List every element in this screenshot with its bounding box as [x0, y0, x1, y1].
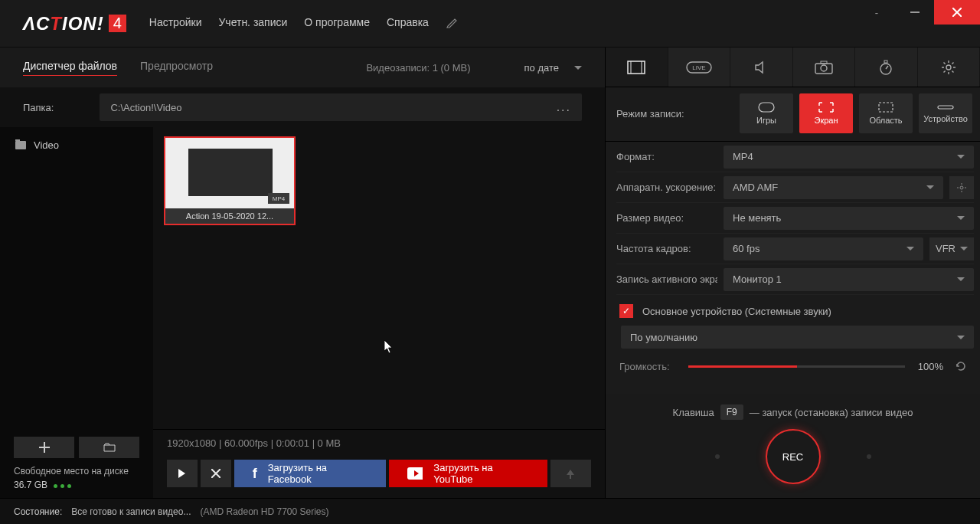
svg-rect-24	[759, 103, 774, 112]
disk-space-value: 36.7 GB	[14, 480, 47, 490]
chevron-down-icon	[574, 66, 582, 70]
app-logo: ΛCTION!4	[23, 14, 126, 34]
hwaccel-settings-button[interactable]	[949, 176, 974, 199]
thumbnail-preview: MP4	[165, 138, 294, 208]
chevron-down-icon	[960, 247, 968, 251]
volume-slider[interactable]	[688, 365, 905, 368]
svg-rect-19	[821, 61, 827, 64]
menu-settings[interactable]: Настройки	[149, 16, 202, 31]
fps-label: Частота кадров:	[616, 243, 717, 254]
window-minimize-icon[interactable]	[896, 0, 934, 25]
record-button[interactable]: REC	[766, 429, 821, 484]
delete-button[interactable]	[201, 460, 231, 487]
volume-value: 100%	[913, 361, 943, 372]
svg-rect-25	[879, 103, 893, 112]
status-bar: Состояние: Все готово к записи видео... …	[0, 498, 980, 524]
thumbnail-filename: Action 19-05-2020 12...	[165, 208, 294, 224]
sort-label: по дате	[524, 62, 559, 74]
volume-label: Громкость:	[619, 361, 681, 372]
svg-text:LIVE: LIVE	[692, 64, 705, 71]
vfr-dropdown[interactable]: VFR	[929, 237, 974, 260]
disk-space-label: Свободное место на диске	[14, 466, 139, 477]
browse-folder-icon[interactable]: ...	[557, 100, 571, 114]
svg-rect-26	[938, 106, 953, 109]
folder-tree: Video	[0, 127, 153, 429]
facebook-icon: f	[253, 466, 257, 482]
format-dropdown[interactable]: MP4	[724, 146, 974, 169]
record-mode-label: Режим записи:	[616, 108, 733, 120]
play-button[interactable]	[167, 460, 198, 487]
upload-generic-button[interactable]	[550, 460, 591, 487]
chevron-down-icon	[957, 216, 965, 220]
tab-live-stream[interactable]: LIVE	[668, 47, 731, 87]
menu-help[interactable]: Справка	[387, 16, 429, 31]
svg-point-27	[960, 186, 963, 189]
status-label: Состояние:	[14, 506, 62, 517]
fps-dropdown[interactable]: 60 fps	[724, 237, 923, 260]
chevron-down-icon	[926, 185, 934, 189]
volume-reset-button[interactable]	[951, 356, 971, 376]
tab-video-capture[interactable]	[606, 47, 668, 87]
folder-path-field[interactable]: C:\Action!\Video ...	[100, 93, 582, 121]
tab-screenshot[interactable]	[793, 47, 856, 87]
status-text: Все готово к записи видео...	[71, 506, 191, 517]
file-info-text: 1920x1080 | 60.000fps | 0:00:01 | 0 MB	[167, 437, 591, 449]
indicator-dot	[867, 454, 871, 459]
mode-screen[interactable]: Экран	[799, 93, 853, 133]
mode-device[interactable]: Устройство	[919, 93, 972, 133]
menu-bar: Настройки Учетн. записи О программе Спра…	[149, 16, 459, 31]
folder-label: Папка:	[23, 102, 54, 113]
hotkey-key: F9	[720, 404, 743, 420]
size-label: Размер видео:	[616, 212, 717, 224]
format-badge: MP4	[268, 193, 289, 204]
play-icon	[178, 469, 185, 478]
right-pane: LIVE Режим записи: Игры Экран Область Ус…	[605, 47, 980, 498]
system-audio-label: Основное устройство (Системные звуки)	[642, 306, 831, 317]
folder-icon	[15, 141, 26, 149]
title-bar: ΛCTION!4 Настройки Учетн. записи О прогр…	[0, 0, 980, 47]
tab-preview[interactable]: Предпросмотр	[140, 60, 213, 75]
folder-tree-item[interactable]: Video	[15, 139, 138, 151]
format-label: Формат:	[616, 151, 717, 162]
window-close-icon[interactable]	[934, 0, 980, 25]
tab-settings-gear[interactable]	[918, 47, 981, 87]
hotkey-suffix: — запуск (остановка) записи видео	[750, 407, 913, 418]
mode-region[interactable]: Область	[859, 93, 913, 133]
menu-about[interactable]: О программе	[304, 16, 370, 31]
hwaccel-dropdown[interactable]: AMD AMF	[724, 176, 943, 199]
left-pane: Диспетчер файлов Предпросмотр Видеозапис…	[0, 47, 605, 498]
sort-dropdown[interactable]: по дате	[524, 62, 582, 74]
mode-games[interactable]: Игры	[740, 93, 793, 133]
chevron-down-icon	[906, 247, 914, 251]
youtube-icon	[407, 467, 423, 480]
svg-point-23	[946, 65, 951, 70]
menu-accounts[interactable]: Учетн. записи	[218, 16, 287, 31]
folder-path-text: C:\Action!\Video	[110, 102, 181, 113]
svg-point-18	[821, 65, 827, 71]
size-dropdown[interactable]: Не менять	[724, 207, 974, 230]
window-pin-icon[interactable]: -	[858, 0, 896, 25]
activewin-label: Запись активного экра	[616, 273, 717, 285]
upload-facebook-button[interactable]: fЗагрузить на Facebook	[234, 460, 386, 487]
tab-audio[interactable]	[730, 47, 793, 87]
monitor-dropdown[interactable]: Монитор 1	[724, 268, 974, 291]
hwaccel-label: Аппаратн. ускорение:	[616, 182, 717, 193]
system-audio-checkbox[interactable]: ✓	[619, 304, 633, 318]
chevron-down-icon	[957, 336, 965, 339]
svg-rect-9	[628, 61, 645, 74]
chevron-down-icon	[957, 155, 965, 159]
svg-line-21	[886, 66, 888, 69]
upload-youtube-button[interactable]: Загрузить на YouTube	[389, 460, 547, 487]
thumbnail-grid: MP4 Action 19-05-2020 12...	[153, 127, 605, 429]
mouse-cursor	[384, 340, 394, 354]
svg-rect-22	[884, 61, 887, 63]
hotkey-prefix: Клавиша	[673, 407, 714, 418]
tab-benchmark[interactable]	[855, 47, 918, 87]
add-folder-button[interactable]	[14, 437, 74, 458]
open-folder-button[interactable]	[79, 437, 139, 458]
audio-device-dropdown[interactable]: По умолчанию	[621, 326, 974, 349]
window-controls: -	[858, 0, 980, 25]
brush-icon[interactable]	[446, 16, 459, 31]
video-thumbnail[interactable]: MP4 Action 19-05-2020 12...	[164, 136, 296, 225]
tab-file-manager[interactable]: Диспетчер файлов	[23, 60, 117, 76]
